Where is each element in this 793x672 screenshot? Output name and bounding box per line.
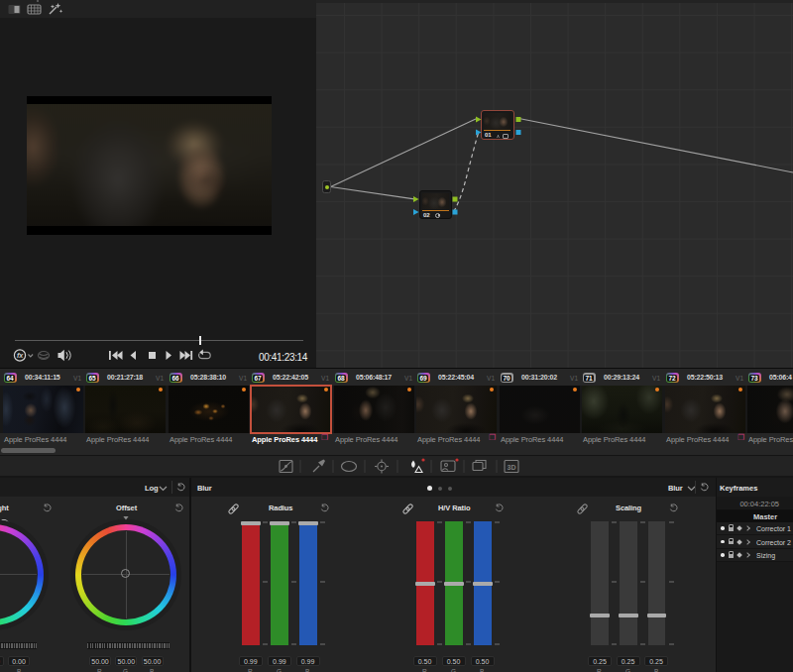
svg-text:fx: fx — [17, 352, 24, 359]
svg-text:3D: 3D — [508, 464, 516, 471]
